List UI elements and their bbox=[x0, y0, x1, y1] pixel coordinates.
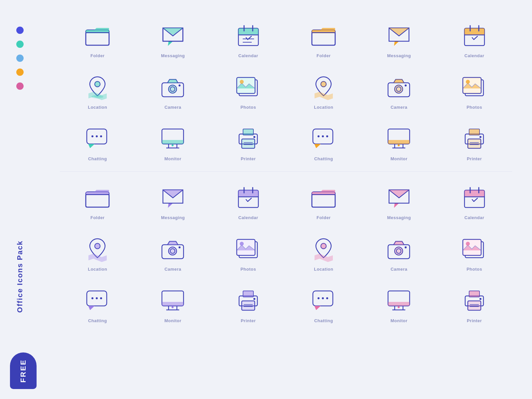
monitor-icon-yellow bbox=[386, 126, 412, 152]
list-item: Monitor bbox=[135, 116, 211, 168]
folder-icon-teal bbox=[84, 23, 111, 49]
svg-rect-120 bbox=[162, 302, 184, 306]
icon-label: Chatting bbox=[88, 318, 107, 323]
list-item: Camera bbox=[361, 227, 437, 278]
svg-point-114 bbox=[466, 242, 470, 246]
icon-label: Camera bbox=[165, 267, 182, 272]
list-item: Messaging bbox=[135, 175, 211, 227]
icon-label: Chatting bbox=[314, 318, 333, 323]
list-item: Folder bbox=[60, 13, 135, 65]
messaging-icon-pink bbox=[386, 185, 412, 211]
list-item: Camera bbox=[135, 227, 211, 278]
messaging-icon-purple bbox=[160, 185, 186, 211]
svg-point-23 bbox=[169, 85, 177, 93]
list-item: Photos bbox=[437, 65, 512, 116]
list-item: Calendar bbox=[210, 175, 286, 227]
photos-icon-yellow bbox=[461, 74, 488, 101]
svg-rect-147 bbox=[469, 291, 479, 297]
svg-rect-64 bbox=[388, 140, 410, 144]
chatting-icon-teal bbox=[84, 126, 111, 152]
list-item: Location bbox=[60, 227, 135, 278]
icon-label: Messaging bbox=[161, 215, 185, 220]
chatting-icon-yellow bbox=[310, 126, 337, 152]
svg-point-34 bbox=[395, 85, 403, 93]
calendar-icon-yellow bbox=[461, 23, 488, 49]
icon-grid-row1: Folder Messaging bbox=[60, 13, 512, 65]
svg-point-19 bbox=[95, 81, 100, 87]
icon-grid-row3: Chatting Monitor bbox=[60, 116, 512, 168]
chatting-icon-purple bbox=[84, 288, 111, 314]
svg-rect-81 bbox=[238, 190, 258, 197]
icon-label: Camera bbox=[165, 105, 182, 110]
orange-dot bbox=[16, 68, 24, 76]
purple-dot bbox=[16, 27, 24, 34]
list-item: Printer bbox=[437, 278, 512, 330]
icon-label: Monitor bbox=[390, 318, 407, 323]
list-item: Photos bbox=[210, 227, 286, 278]
svg-point-103 bbox=[240, 242, 244, 246]
svg-rect-46 bbox=[162, 140, 184, 144]
svg-point-42 bbox=[91, 135, 93, 137]
chatting-icon-pink bbox=[310, 288, 337, 314]
list-item: Calendar bbox=[210, 13, 286, 65]
icon-label: Printer bbox=[467, 318, 482, 323]
icon-label: Location bbox=[88, 267, 107, 272]
icon-label: Location bbox=[88, 105, 107, 110]
svg-rect-53 bbox=[242, 139, 255, 148]
location-icon-yellow bbox=[310, 74, 337, 101]
icon-label: Photos bbox=[240, 105, 256, 110]
messaging-icon-teal bbox=[160, 23, 186, 49]
icon-label: Printer bbox=[467, 156, 482, 161]
svg-rect-55 bbox=[243, 129, 253, 135]
svg-point-117 bbox=[96, 297, 98, 299]
list-item: Chatting bbox=[60, 116, 135, 168]
svg-rect-129 bbox=[243, 291, 253, 297]
icon-label: Monitor bbox=[164, 156, 181, 161]
sidebar: Office Icons Pack FREE bbox=[0, 0, 40, 399]
svg-point-150 bbox=[479, 298, 481, 300]
svg-rect-138 bbox=[388, 302, 410, 306]
icon-label: Photos bbox=[466, 105, 482, 110]
icon-label: Location bbox=[314, 267, 333, 272]
svg-point-60 bbox=[318, 135, 320, 137]
svg-point-29 bbox=[240, 80, 244, 84]
svg-point-44 bbox=[100, 135, 102, 137]
list-item: Calendar bbox=[437, 175, 512, 227]
list-item: Photos bbox=[210, 65, 286, 116]
svg-point-58 bbox=[253, 136, 255, 138]
list-item: Photos bbox=[437, 227, 512, 278]
list-item: Calendar bbox=[437, 13, 512, 65]
list-item: Monitor bbox=[361, 278, 437, 330]
icon-label: Folder bbox=[90, 215, 105, 220]
list-item: Chatting bbox=[60, 278, 135, 330]
icon-label: Camera bbox=[391, 267, 408, 272]
list-item: Camera bbox=[135, 65, 211, 116]
photos-icon-pink bbox=[461, 236, 488, 263]
svg-point-110 bbox=[405, 246, 407, 248]
svg-point-31 bbox=[321, 81, 326, 87]
svg-point-40 bbox=[466, 80, 470, 84]
section-divider bbox=[60, 171, 512, 172]
icon-label: Chatting bbox=[314, 156, 333, 161]
svg-point-142 bbox=[398, 306, 400, 308]
printer-icon-teal bbox=[235, 126, 262, 152]
pink-dot bbox=[16, 82, 24, 90]
printer-icon-purple bbox=[235, 288, 262, 314]
list-item: Printer bbox=[210, 116, 286, 168]
svg-point-99 bbox=[179, 246, 181, 248]
svg-rect-14 bbox=[465, 28, 484, 35]
camera-icon-purple bbox=[160, 236, 186, 263]
icon-label: Messaging bbox=[387, 53, 411, 58]
svg-rect-89 bbox=[465, 190, 484, 197]
printer-icon-pink bbox=[461, 288, 488, 314]
svg-point-135 bbox=[322, 297, 324, 299]
icon-label: Monitor bbox=[390, 156, 407, 161]
folder-icon-yellow bbox=[310, 23, 337, 49]
messaging-icon-yellow bbox=[386, 23, 412, 49]
camera-icon-yellow bbox=[386, 74, 412, 101]
svg-point-61 bbox=[322, 135, 324, 137]
svg-point-118 bbox=[100, 297, 102, 299]
icon-label: Chatting bbox=[88, 156, 107, 161]
icon-label: Folder bbox=[317, 53, 331, 58]
location-icon-teal bbox=[84, 74, 111, 101]
